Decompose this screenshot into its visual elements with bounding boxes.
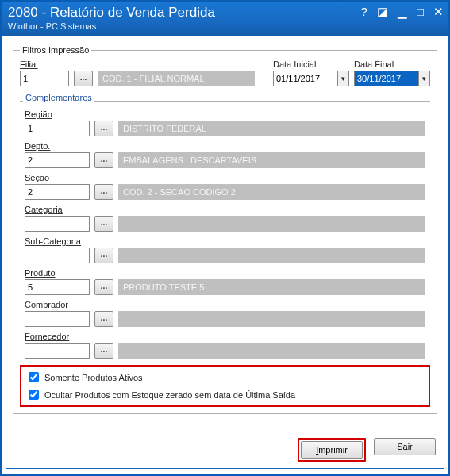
check-ocultar[interactable] [29, 390, 39, 400]
chevron-down-icon[interactable]: ▾ [338, 71, 349, 86]
fornecedor-input[interactable] [25, 343, 90, 359]
check-ativos-row[interactable]: Somente Produtos Ativos [25, 370, 425, 385]
secao-label: Seção [25, 173, 425, 182]
regiao-lookup-button[interactable]: ... [94, 121, 113, 136]
regiao-input[interactable] [25, 121, 90, 136]
check-ocultar-label: Ocultar Produtos com Estoque zerado sem … [44, 390, 295, 400]
comprador-label: Comprador [25, 300, 425, 309]
data-final-input[interactable] [354, 71, 419, 86]
filial-input[interactable] [20, 71, 69, 86]
footer: Imprimir Sair [298, 438, 436, 462]
fornecedor-lookup-button[interactable]: ... [94, 343, 113, 359]
sair-button[interactable]: Sair [374, 438, 436, 455]
content-area: Filtros Impressão Filial ... COD. 1 - FI… [6, 40, 444, 424]
data-final-label: Data Final [354, 60, 430, 69]
comprador-desc [118, 311, 425, 327]
chevron-down-icon[interactable]: ▾ [419, 71, 430, 86]
categoria-desc [118, 216, 425, 232]
filters-fieldset: Filtros Impressão Filial ... COD. 1 - FI… [13, 45, 437, 414]
filial-lookup-button[interactable]: ... [74, 71, 93, 86]
subcategoria-lookup-button[interactable]: ... [94, 248, 113, 263]
filial-label: Filial [20, 60, 255, 69]
close-icon[interactable]: ✕ [433, 5, 444, 19]
regiao-desc: DISTRITO FEDERAL [118, 121, 425, 136]
imprimir-button[interactable]: Imprimir [301, 441, 363, 459]
check-ocultar-row[interactable]: Ocultar Produtos com Estoque zerado sem … [25, 387, 425, 402]
maximize-icon[interactable]: □ [417, 5, 424, 19]
produto-lookup-button[interactable]: ... [94, 279, 113, 295]
filters-legend: Filtros Impressão [20, 45, 91, 55]
help-icon[interactable]: ? [361, 5, 367, 19]
data-inicial-input[interactable] [273, 71, 338, 86]
inner-frame: Filtros Impressão Filial ... COD. 1 - FI… [6, 40, 444, 469]
categoria-lookup-button[interactable]: ... [94, 216, 113, 232]
subcategoria-input[interactable] [25, 248, 90, 263]
regiao-label: Região [25, 109, 425, 119]
produto-label: Produto [25, 268, 425, 278]
subcategoria-label: Sub-Categoria [25, 236, 425, 246]
secao-lookup-button[interactable]: ... [94, 184, 113, 200]
window-subtitle: Winthor - PC Sistemas [8, 21, 442, 32]
edit-icon[interactable]: ◪ [377, 5, 388, 19]
produto-input[interactable] [25, 279, 90, 295]
imprimir-highlight: Imprimir [298, 438, 366, 462]
depto-input[interactable] [25, 152, 90, 168]
complementares-legend: Complementares [23, 93, 94, 102]
minimize-icon[interactable]: ▁ [398, 5, 407, 19]
check-ativos-label: Somente Produtos Ativos [44, 373, 143, 382]
filial-desc: COD. 1 - FILIAL NORMAL [98, 71, 255, 86]
check-ativos[interactable] [29, 372, 39, 382]
comprador-lookup-button[interactable]: ... [94, 311, 113, 327]
depto-desc: EMBALAGENS , DESCARTAVEIS [118, 152, 425, 168]
categoria-label: Categoria [25, 205, 425, 214]
categoria-input[interactable] [25, 216, 90, 232]
produto-desc: PRODUTO TESTE 5 [118, 279, 425, 295]
subcategoria-desc [118, 248, 425, 263]
checkboxes-highlight: Somente Produtos Ativos Ocultar Produtos… [20, 365, 430, 407]
titlebar: 2080 - Relatório de Venda Perdida Wintho… [2, 2, 448, 36]
title-controls: ? ◪ ▁ □ ✕ [361, 5, 444, 19]
data-inicial-label: Data Inicial [273, 60, 349, 69]
secao-desc: COD. 2 - SECAO CODIGO 2 [118, 184, 425, 200]
secao-input[interactable] [25, 184, 90, 200]
depto-lookup-button[interactable]: ... [94, 152, 113, 168]
comprador-input[interactable] [25, 311, 90, 327]
fornecedor-label: Fornecedor [25, 332, 425, 341]
fornecedor-desc [118, 343, 425, 359]
app-window: 2080 - Relatório de Venda Perdida Wintho… [0, 0, 450, 476]
depto-label: Depto. [25, 141, 425, 151]
